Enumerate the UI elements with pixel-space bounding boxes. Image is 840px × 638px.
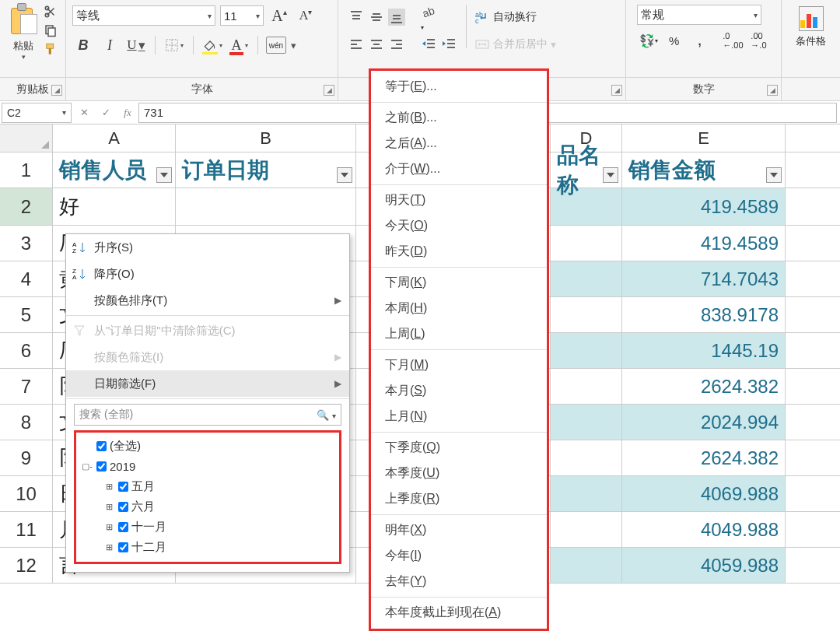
number-format-combo[interactable]: 常规 ▾: [637, 5, 761, 25]
filter-button[interactable]: [603, 167, 618, 183]
wrap-text-button[interactable]: abc 自动换行: [474, 5, 556, 30]
col-header-E[interactable]: E: [622, 124, 786, 152]
align-right-icon[interactable]: [388, 36, 405, 53]
date-filter-option[interactable]: 下月(M): [371, 352, 547, 378]
checkbox[interactable]: [96, 461, 107, 471]
tree-select-all[interactable]: (全选): [81, 436, 334, 456]
cell[interactable]: [551, 512, 622, 547]
name-box[interactable]: C2 ▾: [2, 103, 72, 123]
orientation-icon[interactable]: ab▾: [421, 3, 438, 32]
align-left-icon[interactable]: [348, 36, 365, 53]
cell[interactable]: 419.4589: [622, 188, 786, 225]
cell[interactable]: 419.4589: [622, 226, 786, 261]
merge-center-button[interactable]: 合并后居中 ▾: [474, 31, 556, 58]
cell[interactable]: [551, 297, 622, 332]
align-top-icon[interactable]: [348, 9, 365, 26]
checkbox[interactable]: [118, 542, 128, 552]
cell[interactable]: 4049.988: [622, 512, 786, 547]
row-header[interactable]: 3: [0, 226, 53, 261]
date-filter-option[interactable]: 上月(N): [371, 404, 547, 429]
fill-color-button[interactable]: ▾: [201, 34, 223, 56]
phonetic-guide-button[interactable]: wén: [266, 37, 286, 54]
checkbox[interactable]: [118, 502, 128, 512]
row-header[interactable]: 7: [0, 369, 53, 404]
row-header[interactable]: 5: [0, 297, 53, 332]
filter-search-input[interactable]: 搜索 (全部) 🔍 ▾: [74, 404, 341, 426]
cell[interactable]: 838.9178: [622, 297, 786, 332]
cell[interactable]: [551, 261, 622, 296]
cell[interactable]: 2024.994: [622, 405, 786, 440]
row-header[interactable]: 6: [0, 333, 53, 368]
select-all-corner[interactable]: [0, 124, 53, 152]
dialog-launcher-icon[interactable]: ◢: [324, 85, 334, 96]
row-header[interactable]: 1: [0, 152, 53, 188]
increase-decimal-button[interactable]: .0←.00: [722, 30, 744, 51]
tree-month[interactable]: ⊞五月: [81, 476, 334, 496]
percent-button[interactable]: %: [663, 30, 685, 51]
increase-indent-icon[interactable]: [441, 36, 458, 53]
align-center-icon[interactable]: [368, 36, 385, 53]
date-filter-option[interactable]: 昨天(D): [371, 239, 547, 265]
copy-icon[interactable]: [44, 23, 58, 37]
date-filter-option[interactable]: 本月(S): [371, 378, 547, 404]
checkbox[interactable]: [118, 482, 128, 492]
tree-month[interactable]: ⊞六月: [81, 496, 334, 517]
decrease-decimal-button[interactable]: .00→.0: [747, 30, 770, 51]
sort-desc-item[interactable]: ZA 降序(O): [66, 261, 349, 287]
date-filter-option[interactable]: 去年(Y): [371, 569, 547, 594]
cell[interactable]: [551, 405, 622, 440]
cell[interactable]: 714.7043: [622, 261, 786, 296]
cut-icon[interactable]: [44, 5, 58, 19]
header-cell-B[interactable]: 订单日期: [176, 152, 356, 188]
row-header[interactable]: 8: [0, 405, 53, 440]
bold-button[interactable]: B: [72, 34, 94, 56]
cell[interactable]: [551, 226, 622, 261]
expand-icon[interactable]: ⊞: [103, 502, 115, 512]
cell[interactable]: [551, 440, 622, 475]
header-cell-D[interactable]: 品名称: [551, 152, 622, 188]
col-header-A[interactable]: A: [53, 124, 176, 152]
expand-icon[interactable]: ⊞: [103, 482, 115, 492]
cell[interactable]: 4069.988: [622, 476, 786, 511]
conditional-format-icon[interactable]: [797, 5, 825, 33]
cell[interactable]: 2624.382: [622, 369, 786, 404]
date-filter-option[interactable]: 下季度(Q): [371, 435, 547, 461]
expand-icon[interactable]: ⊞: [103, 542, 115, 552]
decrease-font-icon[interactable]: A▾: [295, 5, 317, 26]
cancel-icon[interactable]: ✕: [73, 107, 95, 118]
font-size-combo[interactable]: 11 ▾: [220, 5, 264, 26]
align-bottom-icon[interactable]: [388, 9, 405, 26]
date-filter-option[interactable]: 本年度截止到现在(A): [371, 600, 547, 626]
tree-month[interactable]: ⊞十二月: [81, 537, 334, 557]
date-filter-item[interactable]: 日期筛选(F) ▶: [66, 370, 349, 397]
tree-year[interactable]: ▢-2019: [81, 456, 334, 476]
italic-button[interactable]: I: [99, 34, 121, 56]
date-filter-option[interactable]: 今天(O): [371, 213, 547, 239]
date-filter-option[interactable]: 明天(T): [371, 188, 547, 213]
date-filter-option[interactable]: 今年(I): [371, 543, 547, 569]
collapse-icon[interactable]: ▢-: [81, 461, 93, 471]
dialog-launcher-icon[interactable]: ◢: [51, 85, 62, 96]
col-header-B[interactable]: B: [176, 124, 356, 152]
cell[interactable]: 1445.19: [622, 333, 786, 368]
filter-button[interactable]: [156, 167, 172, 183]
accounting-format-button[interactable]: 💱▾: [637, 30, 660, 51]
dialog-launcher-icon[interactable]: ◢: [611, 85, 622, 96]
date-filter-option[interactable]: 明年(X): [371, 517, 547, 543]
date-filter-option[interactable]: 本周(H): [371, 296, 547, 321]
fx-icon[interactable]: fx: [117, 107, 138, 119]
date-filter-option[interactable]: 之前(B)...: [371, 105, 547, 131]
row-header[interactable]: 11: [0, 512, 53, 547]
font-color-button[interactable]: A ▾: [228, 34, 250, 56]
filter-button[interactable]: [766, 167, 782, 183]
sort-by-color-item[interactable]: 按颜色排序(T) ▶: [66, 287, 349, 314]
dialog-launcher-icon[interactable]: ◢: [767, 85, 778, 96]
row-header[interactable]: 10: [0, 476, 53, 511]
underline-button[interactable]: U▾: [125, 34, 147, 56]
date-filter-option[interactable]: 介于(W)...: [371, 156, 547, 182]
row-header[interactable]: 12: [0, 548, 53, 583]
cell[interactable]: 2624.382: [622, 440, 786, 475]
cell[interactable]: 好: [53, 188, 176, 225]
date-filter-option[interactable]: 等于(E)...: [371, 74, 547, 100]
date-filter-option[interactable]: 之后(A)...: [371, 131, 547, 156]
